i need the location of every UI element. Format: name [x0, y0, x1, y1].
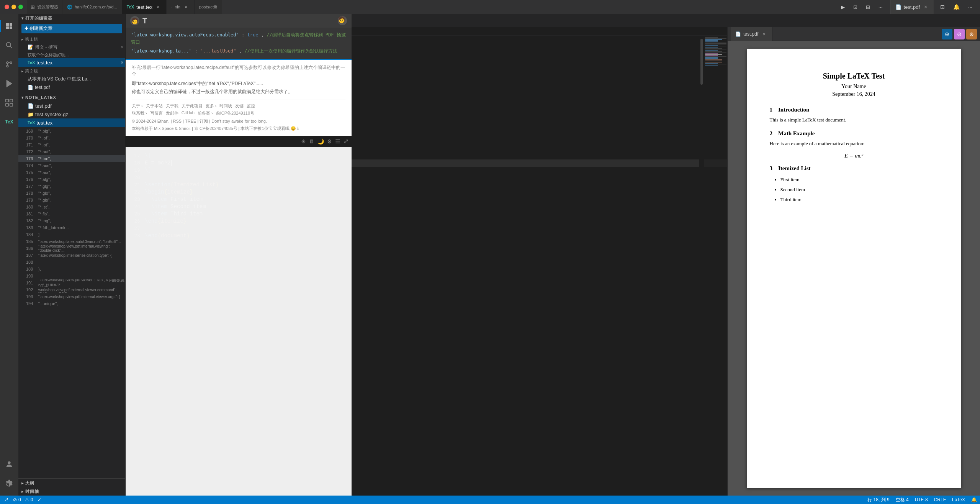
sidebar-test-pdf[interactable]: 📄 test.pdf	[18, 102, 125, 110]
activity-account[interactable]	[0, 455, 18, 473]
tab-posts-edit[interactable]: posts/edit	[195, 0, 222, 14]
status-branch[interactable]: ⎇	[3, 497, 8, 502]
tab-url[interactable]: 🌐 hanlife02.com.cn/p/d...	[62, 0, 122, 14]
more-btn[interactable]: ···	[875, 3, 886, 11]
pdf-close-btn[interactable]: ×	[761, 31, 767, 38]
expand-icon[interactable]: ⤢	[344, 138, 348, 145]
pdf-btn-2-icon: ⊘	[957, 31, 962, 37]
activity-settings[interactable]	[0, 474, 18, 493]
activity-explorer[interactable]	[0, 17, 18, 35]
line-185: 185 "latex-workshop.latex.autoClean.run"…	[18, 238, 125, 245]
close-test-tex-sidebar-btn[interactable]: ×	[121, 59, 124, 66]
pdf-btn-3-icon: ⊛	[969, 31, 974, 37]
status-check[interactable]: ✓	[38, 497, 41, 502]
maximize-window-btn[interactable]	[18, 5, 23, 9]
status-eol[interactable]: CRLF	[934, 497, 946, 502]
timeline-section[interactable]: ▸ 时间轴	[18, 487, 125, 496]
blog-website-overlay: 🧑 T 🧑 "latex-workshop.view.autoFocus.ena…	[126, 27, 352, 496]
sidebar-synctex[interactable]: 📁 test.synctex.gz	[18, 110, 125, 118]
line-169: 169 "*.blg",	[18, 128, 125, 135]
sidebar-item-test-pdf-g2[interactable]: 📄 test.pdf	[18, 83, 125, 92]
activity-run-debug[interactable]	[0, 74, 18, 93]
tab-test-tex[interactable]: TeX test.tex ×	[122, 0, 167, 14]
minimap-lines	[704, 36, 727, 67]
outline-section[interactable]: ▸ 大纲	[18, 479, 125, 487]
close-pdf-tab-btn[interactable]: ×	[922, 3, 929, 10]
status-encoding[interactable]: UTF-8	[915, 497, 928, 502]
activity-tex[interactable]: TeX	[0, 113, 18, 131]
bell-icon-btn[interactable]: 🔔	[950, 2, 963, 11]
pdf-math: E = mc²	[770, 153, 938, 159]
line-180: 180 "*.ist",	[18, 204, 125, 210]
extensions-icon-btn[interactable]: ⊡	[937, 2, 948, 11]
minimize-window-btn[interactable]	[11, 5, 16, 9]
sidebar-test-tex-nl[interactable]: TeX test.tex	[18, 118, 125, 127]
pdf-content[interactable]: Simple LaTeX Test Your Name September 16…	[728, 41, 980, 496]
pdf-btn-3[interactable]: ⊛	[966, 29, 977, 39]
synctex-label: test.synctex.gz	[35, 112, 68, 117]
tab-test-tex-label: test.tex	[136, 4, 152, 10]
activity-search[interactable]	[0, 36, 18, 54]
pdf-icon-g2: 📄	[28, 85, 33, 90]
monitor-icon[interactable]: 🖥	[309, 138, 314, 144]
status-indent[interactable]: 空格 4	[896, 497, 909, 503]
blog-note-text: 即"latex-workshop.latex.recipes"中的"XeLaTe…	[132, 80, 345, 87]
moon-icon[interactable]: 🌙	[317, 138, 324, 144]
sidebar-note-text: 获取个什么标题好呢...	[28, 52, 69, 58]
status-notification[interactable]: 🔔	[971, 497, 977, 502]
line-175: 175 "*.acr",	[18, 169, 125, 176]
sidebar-item-article[interactable]: 从零开始 VS Code 中集成 La...	[18, 75, 125, 83]
close-blog-item-btn[interactable]: ×	[121, 44, 124, 50]
sidebar-bottom: ▸ 大纲 ▸ 时间轴	[18, 478, 125, 496]
editor-content: test.tex › 品 Math Example 1 \documentcla…	[126, 27, 980, 496]
blog-supplement-text: 补充:最后一行"latex-workshop.latex.recipe.defa…	[132, 64, 345, 77]
split-editor-btn[interactable]: ⊡	[850, 3, 861, 11]
status-language[interactable]: LaTeX	[952, 497, 965, 502]
tab-test-pdf[interactable]: 📄 test.pdf ×	[891, 0, 934, 14]
check-icon: ✓	[38, 497, 41, 502]
activity-extensions[interactable]	[0, 94, 18, 112]
status-position[interactable]: 行 18, 列 9	[867, 497, 889, 503]
bell-status-icon: 🔔	[971, 497, 977, 502]
new-article-btn[interactable]: ✚ 创建新文章	[21, 24, 122, 33]
config-line-1: "latex-workshop.view.autoFocus.enabled" …	[131, 31, 346, 46]
title-bar: ⊞ 资源管理器 🌐 hanlife02.com.cn/p/d... TeX te…	[0, 0, 980, 14]
status-errors[interactable]: ⊘ 0 ⚠ 0	[13, 497, 33, 502]
test-pdf-g2-label: test.pdf	[35, 85, 50, 90]
pdf-btn-1[interactable]: ⊕	[942, 29, 952, 39]
activity-source-control[interactable]	[0, 55, 18, 74]
line-193: 193 "latex-workshop.view.pdf.external.vi…	[18, 293, 125, 300]
svg-rect-7	[10, 99, 13, 102]
pdf-section-2-body: Here is an example of a mathematical equ…	[770, 140, 938, 148]
line-177: 177 "*.glg",	[18, 183, 125, 190]
open-editors-section[interactable]: ▾ 打开的编辑器	[18, 14, 125, 22]
test-tex-label: test.tex	[36, 60, 52, 66]
more-icon-btn[interactable]: ···	[965, 3, 975, 11]
footer-icp: 本站依赖于 Mix Space & Shiroi. | 京ICP备2024074…	[132, 126, 345, 131]
note-latex-section[interactable]: ▾ NOTE_LATEX	[18, 93, 125, 102]
tab-settings-min[interactable]: ···nin ×	[167, 0, 195, 14]
status-right: 行 18, 列 9 空格 4 UTF-8 CRLF LaTeX 🔔	[867, 497, 977, 503]
gear-icon	[5, 479, 13, 488]
close-window-btn[interactable]	[5, 5, 9, 9]
tex-icon-nl: TeX	[28, 120, 35, 125]
line-184: 184 ],	[18, 231, 125, 238]
run-btn[interactable]: ▶	[838, 3, 848, 11]
sun-icon[interactable]: ☀	[301, 138, 306, 144]
pdf-btn-2[interactable]: ⊘	[954, 29, 965, 39]
tab-resource-manager[interactable]: ⊞ 资源管理器	[27, 0, 62, 14]
sidebar-item-blog[interactable]: 📝 博文 - 撰写 ×	[18, 43, 125, 51]
search-icon	[5, 41, 13, 49]
sidebar-item-test-tex[interactable]: TeX test.tex ×	[18, 58, 125, 67]
status-left: ⎇ ⊘ 0 ⚠ 0 ✓	[3, 497, 41, 502]
toggle-panel-btn[interactable]: ⊟	[863, 3, 873, 11]
close-settings-btn[interactable]: ×	[183, 3, 190, 10]
scrollbar-thumb[interactable]	[700, 39, 703, 85]
close-test-tex-btn[interactable]: ×	[155, 3, 162, 10]
menu-icon[interactable]: ☰	[335, 138, 340, 145]
group-2-header: ▸ 第 2 组	[18, 67, 125, 75]
pdf-tab[interactable]: 📄 test.pdf ×	[731, 27, 772, 41]
scrollbar[interactable]	[699, 36, 704, 496]
settings-cog-icon[interactable]: ⚙	[327, 138, 332, 144]
pdf-tab-icon: 📄	[735, 31, 741, 37]
